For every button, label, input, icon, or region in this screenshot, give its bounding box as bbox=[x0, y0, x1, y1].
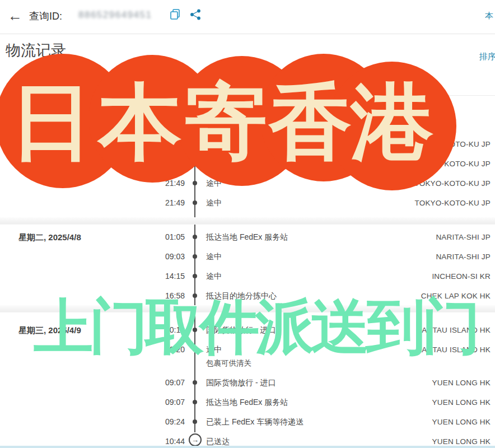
event-location: LANTAU ISLAND HK bbox=[418, 346, 491, 354]
timeline-event-row: 14:15途中INCHEON-SI KR bbox=[0, 267, 495, 286]
bottom-edge-bar bbox=[0, 446, 495, 448]
event-location: NARITA-SHI JP bbox=[436, 253, 491, 261]
event-time: 09:07 bbox=[129, 398, 185, 407]
timeline-dot-icon bbox=[193, 235, 197, 239]
timeline-dot-icon bbox=[193, 380, 197, 385]
event-location: CHEK LAP KOK HK bbox=[421, 292, 491, 300]
event-location: TOKYO-KOTO-KU JP bbox=[415, 199, 491, 207]
event-location: INCHEON-SI KR bbox=[432, 272, 491, 281]
copy-icon[interactable] bbox=[169, 8, 181, 21]
event-date: 星期三, 2025/4/9 bbox=[18, 325, 81, 336]
event-location: TOKYO-KOTO-KU JP bbox=[415, 160, 491, 168]
timeline-rows: 星期二, 2025/4/801:05抵达当地 FedEx 服务站NARITA-S… bbox=[0, 225, 495, 306]
local-time-link[interactable]: 本 bbox=[485, 11, 493, 21]
section-separator bbox=[0, 217, 495, 225]
timeline-event-row: 00:20途中包裹可供清关LANTAU ISLAND HK bbox=[0, 340, 495, 373]
timeline-event-row: 09:24已装上 FedEx 车辆等待递送YUEN LONG HK bbox=[0, 412, 495, 432]
timeline-dot-icon bbox=[193, 254, 197, 259]
timeline-dot-icon bbox=[193, 142, 197, 146]
event-time: 00:10 bbox=[129, 325, 185, 334]
timeline-dot-icon bbox=[193, 328, 197, 332]
query-id-label: 查询ID: bbox=[29, 10, 62, 23]
timeline-event-row: 09:03途中NARITA-SHI JP bbox=[0, 247, 495, 267]
timeline-event-row: 21:49途中TOKYO-KOTO-KU JP bbox=[0, 193, 495, 213]
event-status: 抵达目的地分拣中心 bbox=[206, 291, 277, 301]
timeline-event-row: 09:07抵达当地 FedEx 服务站YUEN LONG HK bbox=[0, 393, 495, 412]
event-status: 途中 bbox=[206, 252, 222, 262]
event-location: TOKYO-KOTO-KU JP bbox=[415, 179, 491, 188]
share-icon[interactable] bbox=[189, 8, 202, 21]
event-time: 14:15 bbox=[129, 272, 185, 281]
timeline-dot-icon bbox=[193, 200, 197, 205]
delivered-arrow-icon: → bbox=[189, 433, 202, 446]
timeline-event-row: 星期三, 2025/4/900:10国际货物放行 - 进口LANTAU ISLA… bbox=[0, 320, 495, 340]
sort-link[interactable]: 排序 bbox=[479, 52, 495, 62]
event-location: LANTAU ISLAND HK bbox=[418, 326, 491, 334]
timeline-dot-icon bbox=[193, 181, 197, 185]
event-time: 09:03 bbox=[129, 252, 185, 261]
timeline-dot-icon bbox=[193, 274, 197, 278]
event-status: 抵达当地 FedEx 服务站 bbox=[206, 232, 288, 242]
timeline-dot-icon bbox=[193, 347, 197, 352]
timeline-event-row: 09:07国际货物放行 - 进口YUEN LONG HK bbox=[0, 373, 495, 393]
event-time: 10:44 bbox=[129, 437, 185, 446]
timeline-dot-icon bbox=[193, 419, 197, 424]
event-location: YUEN LONG HK bbox=[432, 398, 491, 407]
event-time: 21:49 bbox=[129, 198, 185, 207]
timeline-event-row: 星期二, 2025/4/801:05抵达当地 FedEx 服务站NARITA-S… bbox=[0, 227, 495, 247]
timeline-group: 星期三, 2025/4/900:10国际货物放行 - 进口LANTAU ISLA… bbox=[0, 305, 495, 448]
event-status: 国际货物放行 - 进口 bbox=[206, 378, 275, 388]
timeline-event-row: 21:49途中TOKYO-KOTO-KU JP bbox=[0, 174, 495, 193]
timeline-group: TOKYO-KOTO-KU JPTOKYO-KOTO-KU JP21:49途中T… bbox=[0, 134, 495, 213]
timeline-rows: TOKYO-KOTO-KU JPTOKYO-KOTO-KU JP21:49途中T… bbox=[0, 134, 495, 213]
event-status: 途中 bbox=[206, 198, 222, 208]
tracking-id-value: 886529649451 bbox=[78, 10, 152, 21]
timeline-group: 星期二, 2025/4/801:05抵达当地 FedEx 服务站NARITA-S… bbox=[0, 217, 495, 306]
timeline-event-row: TOKYO-KOTO-KU JP bbox=[0, 154, 495, 174]
event-location: TOKYO-KOTO-KU JP bbox=[415, 140, 491, 148]
event-date: 星期二, 2025/4/8 bbox=[18, 232, 81, 243]
header-divider bbox=[0, 95, 495, 96]
event-status: 途中 bbox=[206, 345, 222, 355]
timeline-event-row: 16:58抵达目的地分拣中心CHEK LAP KOK HK bbox=[0, 286, 495, 306]
event-time: 16:58 bbox=[129, 291, 185, 300]
event-status: 已装上 FedEx 车辆等待递送 bbox=[206, 417, 303, 427]
event-location: YUEN LONG HK bbox=[432, 418, 491, 426]
event-time: 01:05 bbox=[129, 232, 185, 241]
event-time: 21:49 bbox=[129, 179, 185, 188]
event-status: 途中 bbox=[206, 179, 222, 189]
event-time: 09:24 bbox=[129, 417, 185, 426]
event-location: NARITA-SHI JP bbox=[436, 233, 491, 241]
section-separator bbox=[0, 305, 495, 312]
timeline-rows: 星期三, 2025/4/900:10国际货物放行 - 进口LANTAU ISLA… bbox=[0, 312, 495, 448]
page-title: 物流记录 bbox=[6, 40, 66, 60]
topbar-divider bbox=[0, 34, 495, 34]
timeline-dot-icon bbox=[193, 400, 197, 404]
event-status: 途中 bbox=[206, 272, 222, 282]
back-arrow-icon[interactable]: ← bbox=[8, 7, 22, 25]
event-time: 09:07 bbox=[129, 378, 185, 387]
event-location: YUEN LONG HK bbox=[432, 437, 491, 446]
event-note: 包裹可供清关 bbox=[206, 358, 251, 368]
top-bar: ← 查询ID: 886529649451 本 bbox=[0, 0, 495, 34]
event-time: 00:20 bbox=[129, 345, 185, 354]
timeline-dot-icon bbox=[193, 293, 197, 298]
event-status: 抵达当地 FedEx 服务站 bbox=[206, 398, 288, 408]
timeline-dot-icon bbox=[193, 161, 197, 166]
event-status: 国际货物放行 - 进口 bbox=[206, 325, 275, 335]
event-location: YUEN LONG HK bbox=[432, 379, 491, 387]
timeline-event-row: TOKYO-KOTO-KU JP bbox=[0, 134, 495, 154]
